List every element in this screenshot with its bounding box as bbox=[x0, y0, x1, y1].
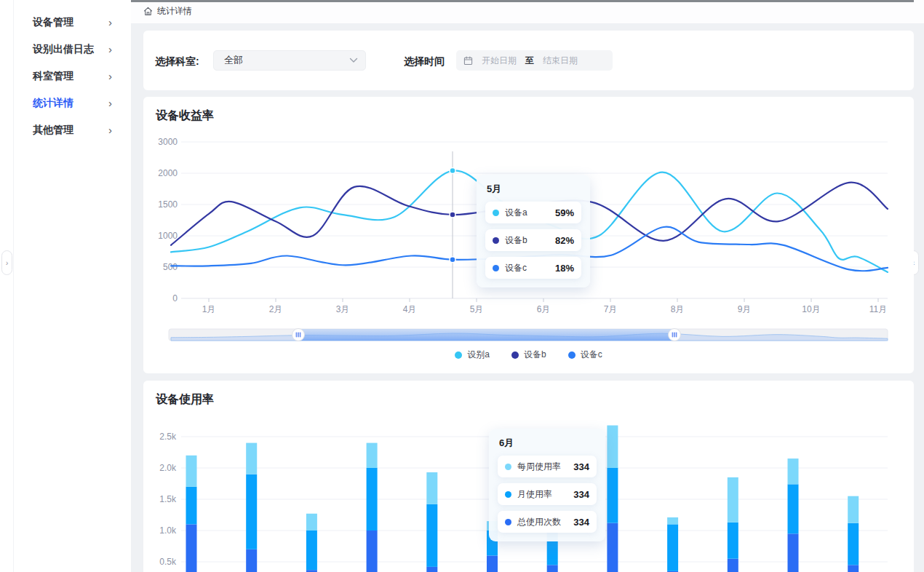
y-axis-tick-label: 0 bbox=[172, 293, 178, 303]
legend-item-2[interactable]: 设备c bbox=[568, 349, 602, 361]
sidebar-item-1[interactable]: 设别出借日志› bbox=[0, 36, 131, 63]
tooltip-series-name: 设备b bbox=[505, 234, 527, 247]
date-range-picker[interactable]: 开始日期 至 结束日期 bbox=[456, 50, 613, 71]
bar-segment bbox=[246, 549, 257, 572]
sidebar-item-4[interactable]: 其他管理› bbox=[0, 116, 131, 143]
y-axis-tick-label: 3000 bbox=[158, 137, 178, 147]
y-axis-tick-label: 500 bbox=[163, 262, 178, 272]
chevron-right-icon: › bbox=[108, 98, 112, 108]
bar-segment bbox=[848, 523, 859, 565]
breadcrumb[interactable]: 统计详情 bbox=[143, 5, 192, 17]
datazoom-handle-left[interactable] bbox=[292, 329, 305, 341]
x-axis-tick-label: 11月 bbox=[869, 304, 887, 314]
chevron-down-icon bbox=[349, 57, 358, 63]
series-dot-icon bbox=[493, 237, 499, 244]
tooltip-series-name: 设备c bbox=[505, 262, 527, 274]
bar-segment bbox=[186, 524, 197, 572]
tooltip-series-name: 月使用率 bbox=[517, 488, 552, 501]
department-filter-label: 选择科室: bbox=[155, 55, 199, 68]
line-chart-legend: 设别a设备b设备c bbox=[143, 349, 914, 361]
time-filter-label: 选择时间 bbox=[404, 55, 445, 68]
bar-segment bbox=[367, 443, 378, 468]
x-axis-tick-label: 6月 bbox=[537, 304, 551, 314]
sidebar: 设备管理›设别出借日志›科室管理›统计详情›其他管理› bbox=[0, 0, 131, 572]
pointer-dot-icon bbox=[450, 257, 455, 263]
tooltip-row: 每周使用率334 bbox=[498, 456, 597, 477]
bar-segment bbox=[728, 477, 738, 523]
bar-segment bbox=[426, 472, 437, 504]
bar-segment bbox=[426, 504, 437, 567]
pointer-dot-icon bbox=[450, 168, 455, 174]
tooltip-title: 6月 bbox=[499, 437, 597, 450]
x-axis-tick-label: 2月 bbox=[269, 304, 283, 314]
bar-segment bbox=[367, 531, 378, 572]
legend-label: 设备b bbox=[524, 349, 546, 361]
sidebar-item-2[interactable]: 科室管理› bbox=[0, 63, 131, 90]
chevron-right-icon: › bbox=[108, 124, 112, 135]
handle-grip-icon bbox=[676, 333, 677, 338]
x-axis-tick-label: 3月 bbox=[336, 304, 350, 314]
sidebar-item-3[interactable]: 统计详情› bbox=[0, 90, 131, 116]
start-date-input[interactable]: 开始日期 bbox=[482, 55, 517, 67]
legend-label: 设别a bbox=[467, 349, 490, 361]
department-select[interactable]: 全部 bbox=[213, 50, 366, 71]
sidebar-item-label: 设备管理 bbox=[33, 16, 73, 29]
sidebar-menu: 设备管理›设别出借日志›科室管理›统计详情›其他管理› bbox=[0, 9, 131, 143]
home-icon bbox=[143, 7, 153, 16]
series-dot-icon bbox=[505, 464, 511, 470]
y-axis-tick-label: 1.0k bbox=[159, 525, 177, 536]
chevron-right-icon: › bbox=[108, 44, 112, 55]
sidebar-item-label: 统计详情 bbox=[33, 97, 73, 110]
chevron-right-icon: › bbox=[108, 71, 112, 82]
bar-segment bbox=[848, 565, 859, 572]
x-axis-tick-label: 5月 bbox=[470, 304, 484, 314]
x-axis-tick-label: 8月 bbox=[671, 304, 685, 314]
filter-card: 选择科室: 全部 选择时间 开始日期 至 结束日期 bbox=[143, 31, 914, 90]
series-dot-icon bbox=[505, 519, 511, 525]
datazoom-handle-right[interactable] bbox=[669, 329, 681, 341]
x-axis-tick-label: 1月 bbox=[202, 304, 216, 314]
tooltip-title: 5月 bbox=[487, 183, 581, 196]
tooltip-series-name: 设备a bbox=[505, 207, 527, 219]
pointer-dot-icon bbox=[450, 212, 455, 218]
legend-dot-icon bbox=[511, 351, 519, 359]
sidebar-item-label: 设别出借日志 bbox=[33, 43, 94, 56]
handle-grip-icon bbox=[300, 333, 301, 338]
bar-segment bbox=[186, 487, 197, 525]
usage-chart-card: 设备使用率 2.5k2.0k1.5k1.0k0.5k1月2月3月4月5月6月7月… bbox=[143, 381, 914, 572]
y-axis-tick-label: 2.0k bbox=[159, 463, 177, 473]
tooltip-series-value: 334 bbox=[573, 489, 589, 500]
bar-segment bbox=[426, 567, 437, 572]
tooltip-series-value: 18% bbox=[555, 263, 574, 274]
series-dot-icon bbox=[505, 491, 511, 498]
bar-segment bbox=[788, 484, 799, 533]
chevron-right-icon: › bbox=[6, 258, 9, 267]
bar-chart-tooltip: 6月 每周使用率334月使用率334总使用次数334 bbox=[489, 429, 605, 541]
bar-segment bbox=[367, 468, 378, 531]
line-chart-tooltip: 5月 设备a59%设备b82%设备c18% bbox=[477, 175, 590, 287]
legend-item-0[interactable]: 设别a bbox=[455, 349, 490, 361]
handle-grip-icon bbox=[672, 333, 674, 338]
legend-dot-icon bbox=[455, 351, 462, 359]
tooltip-series-name: 总使用次数 bbox=[517, 516, 561, 528]
revenue-chart-card: 设备收益率 300020001500100050001月2月3月4月5月6月7月… bbox=[143, 97, 914, 373]
topbar bbox=[131, 0, 924, 23]
date-range-separator: 至 bbox=[525, 55, 534, 67]
breadcrumb-label: 统计详情 bbox=[157, 5, 192, 17]
legend-item-1[interactable]: 设备b bbox=[511, 349, 546, 361]
datazoom-selection[interactable] bbox=[298, 329, 674, 341]
bar-segment bbox=[728, 559, 738, 572]
bar-segment bbox=[547, 565, 558, 572]
calendar-icon bbox=[463, 56, 473, 65]
bar-segment bbox=[306, 514, 317, 531]
tooltip-row: 总使用次数334 bbox=[498, 511, 597, 533]
series-dot-icon bbox=[493, 265, 499, 271]
drawer-expand-left-button[interactable]: › bbox=[1, 250, 12, 275]
series-dot-icon bbox=[493, 210, 499, 216]
bar-segment bbox=[246, 474, 257, 549]
legend-label: 设备c bbox=[581, 349, 602, 361]
sidebar-item-0[interactable]: 设备管理› bbox=[0, 9, 131, 36]
end-date-input[interactable]: 结束日期 bbox=[543, 55, 578, 67]
department-select-value: 全部 bbox=[224, 54, 349, 67]
bar-segment bbox=[487, 555, 498, 572]
